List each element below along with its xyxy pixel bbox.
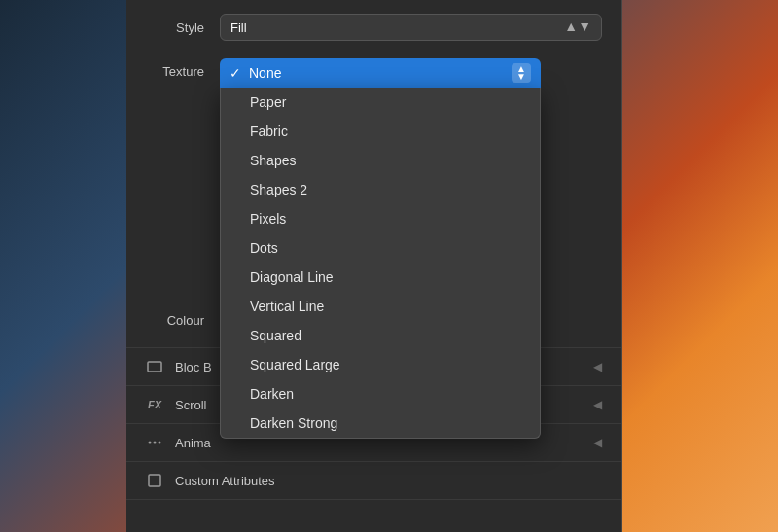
texture-stepper-button[interactable]: ▲ ▼ bbox=[512, 63, 531, 83]
texture-dropdown-trigger[interactable]: ✓ None ▲ ▼ bbox=[220, 58, 541, 88]
anima-chevron-icon: ◀ bbox=[593, 436, 602, 449]
texture-dropdown-menu: Paper Fabric Shapes Shapes 2 Pixels Dots… bbox=[220, 88, 541, 439]
texture-label: Texture bbox=[146, 64, 204, 79]
svg-point-3 bbox=[159, 442, 161, 444]
custom-attributes-item[interactable]: Custom Attributes bbox=[126, 461, 621, 500]
svg-rect-4 bbox=[149, 475, 160, 486]
properties-panel: Style Fill ▲▼ Texture ✓ None ▲ ▼ Paper F… bbox=[126, 0, 622, 532]
fx-icon: FX bbox=[146, 396, 163, 413]
square-icon bbox=[146, 472, 163, 489]
svg-point-2 bbox=[154, 442, 157, 444]
texture-option-vertical[interactable]: Vertical Line bbox=[221, 292, 540, 321]
texture-option-paper[interactable]: Paper bbox=[221, 88, 540, 117]
style-select[interactable]: Fill ▲▼ bbox=[220, 14, 602, 41]
style-row: Style Fill ▲▼ bbox=[126, 0, 621, 54]
rectangle-icon bbox=[146, 358, 163, 375]
texture-option-darken[interactable]: Darken bbox=[221, 379, 540, 408]
dots-icon bbox=[146, 434, 163, 451]
texture-selected-value: None bbox=[249, 65, 281, 81]
texture-option-darken-strong[interactable]: Darken Strong bbox=[221, 408, 540, 438]
style-value: Fill bbox=[230, 20, 247, 35]
texture-option-squared[interactable]: Squared bbox=[221, 321, 540, 350]
texture-option-pixels[interactable]: Pixels bbox=[221, 204, 540, 233]
svg-rect-0 bbox=[148, 362, 161, 372]
texture-row: Texture ✓ None ▲ ▼ Paper Fabric Shapes S… bbox=[126, 54, 621, 89]
texture-option-shapes2[interactable]: Shapes 2 bbox=[221, 175, 540, 204]
texture-option-dots[interactable]: Dots bbox=[221, 233, 540, 263]
texture-option-fabric[interactable]: Fabric bbox=[221, 117, 540, 146]
custom-attributes-label: Custom Attributes bbox=[175, 474, 602, 488]
colour-label: Colour bbox=[146, 313, 204, 328]
svg-point-1 bbox=[149, 442, 152, 444]
texture-option-squared-large[interactable]: Squared Large bbox=[221, 350, 540, 379]
style-label: Style bbox=[146, 20, 204, 35]
check-icon: ✓ bbox=[230, 65, 241, 81]
chevron-down-icon: ▼ bbox=[516, 73, 526, 81]
style-stepper-icon: ▲▼ bbox=[564, 22, 591, 32]
texture-option-diagonal[interactable]: Diagonal Line bbox=[221, 263, 540, 292]
bloc-chevron-icon: ◀ bbox=[593, 360, 602, 373]
texture-dropdown[interactable]: ✓ None ▲ ▼ Paper Fabric Shapes Shapes 2 … bbox=[220, 58, 541, 439]
texture-option-shapes[interactable]: Shapes bbox=[221, 146, 540, 175]
scroll-chevron-icon: ◀ bbox=[593, 398, 602, 411]
